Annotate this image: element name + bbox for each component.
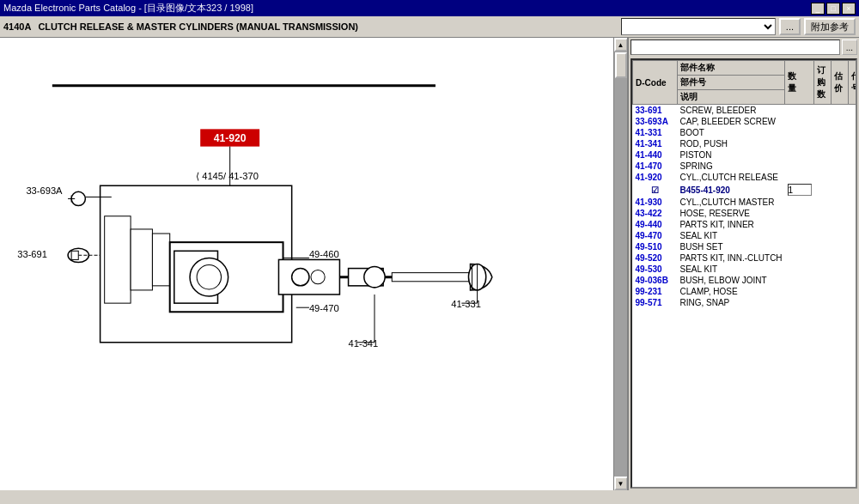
- cell-dcode: 41-331: [633, 127, 678, 138]
- cell-price: [832, 149, 849, 161]
- cell-partname: CLAMP, HOSE: [678, 286, 785, 297]
- parts-table: D-Code 部件名称 数量 订购数 估价 代号 部件号 说明: [632, 60, 857, 308]
- cell-price: [832, 127, 849, 138]
- cell-order: [814, 161, 832, 172]
- cell-order: [814, 197, 832, 208]
- table-row[interactable]: 99-571 RING, SNAP: [633, 297, 858, 308]
- scroll-up-button[interactable]: ▲: [614, 38, 628, 52]
- cell-price: [832, 197, 849, 208]
- detail-qty[interactable]: [785, 183, 814, 197]
- minimize-button[interactable]: _: [811, 3, 825, 15]
- cell-code: [849, 138, 857, 149]
- parts-table-body: 33-691 SCREW, BLEEDER 33-693A CAP, BLEED…: [633, 105, 858, 309]
- cell-code: [849, 208, 857, 219]
- cell-price: [832, 172, 849, 183]
- cell-price: [832, 230, 849, 241]
- cell-dcode: 49-530: [633, 264, 678, 275]
- cell-dcode: 99-231: [633, 286, 678, 297]
- vertical-scrollbar[interactable]: ▲ ▼: [613, 38, 627, 490]
- table-row[interactable]: 33-693A CAP, BLEEDER SCREW: [633, 116, 858, 127]
- cell-code: [849, 297, 857, 308]
- right-header-controls: ...: [629, 38, 859, 57]
- maximize-button[interactable]: □: [826, 3, 840, 15]
- cell-code: [849, 286, 857, 297]
- cell-qty: [785, 197, 814, 208]
- section-name: CLUTCH RELEASE & MASTER CYLINDERS (MANUA…: [38, 21, 617, 32]
- detail-checkbox[interactable]: ☑: [633, 183, 678, 197]
- col-desc: 说明: [678, 90, 785, 105]
- table-row[interactable]: 41-470 SPRING: [633, 161, 858, 172]
- dots-button[interactable]: ...: [779, 18, 801, 35]
- cell-dcode: 33-693A: [633, 116, 678, 127]
- cell-order: [814, 286, 832, 297]
- cell-qty: [785, 149, 814, 161]
- dots-button-right[interactable]: ...: [842, 39, 857, 55]
- svg-point-26: [364, 267, 385, 288]
- cell-partname: BUSH, ELBOW JOINT: [678, 275, 785, 286]
- cell-partname: SEAL KIT: [678, 230, 785, 241]
- svg-point-18: [197, 265, 221, 289]
- label-41920: 41-920: [214, 132, 247, 144]
- table-row[interactable]: 49-530 SEAL KIT: [633, 264, 858, 275]
- dropdown-selector[interactable]: [621, 18, 776, 35]
- table-row[interactable]: 99-231 CLAMP, HOSE: [633, 286, 858, 297]
- cell-code: [849, 105, 857, 117]
- table-header-row: D-Code 部件名称 数量 订购数 估价 代号: [633, 61, 858, 76]
- label-49470: 49-470: [309, 303, 339, 313]
- table-row[interactable]: ☑ B455-41-920: [633, 183, 858, 197]
- svg-rect-5: [105, 216, 131, 303]
- cell-qty: [785, 297, 814, 308]
- table-row[interactable]: 41-930 CYL.,CLUTCH MASTER: [633, 197, 858, 208]
- cell-dcode: 33-691: [633, 105, 678, 117]
- table-row[interactable]: 33-691 SCREW, BLEEDER: [633, 105, 858, 117]
- table-row[interactable]: 41-341 ROD, PUSH: [633, 138, 858, 149]
- table-row[interactable]: 49-470 SEAL KIT: [633, 230, 858, 241]
- col-partnum: 部件号: [678, 76, 785, 90]
- close-button[interactable]: ×: [842, 3, 856, 15]
- cell-order: [814, 230, 832, 241]
- cell-dcode: 41-920: [633, 172, 678, 183]
- cell-qty: [785, 219, 814, 230]
- parts-search-input[interactable]: [631, 39, 840, 55]
- cell-partname: SCREW, BLEEDER: [678, 105, 785, 117]
- cell-price: [832, 138, 849, 149]
- table-row[interactable]: 49-520 PARTS KIT, INN.-CLUTCH: [633, 252, 858, 264]
- cell-order: [814, 297, 832, 308]
- table-row[interactable]: 49-036B BUSH, ELBOW JOINT: [633, 275, 858, 286]
- table-row[interactable]: 41-331 BOOT: [633, 127, 858, 138]
- table-row[interactable]: 49-440 PARTS KIT, INNER: [633, 219, 858, 230]
- cell-qty: [785, 264, 814, 275]
- cell-price: [832, 208, 849, 219]
- table-row[interactable]: 41-440 PISTON: [633, 149, 858, 161]
- col-qty: 数量: [785, 61, 814, 105]
- cell-partname: RING, SNAP: [678, 297, 785, 308]
- svg-point-21: [292, 269, 309, 286]
- cell-code: [849, 219, 857, 230]
- cell-partname: SEAL KIT: [678, 264, 785, 275]
- table-row[interactable]: 43-422 HOSE, RESERVE: [633, 208, 858, 219]
- scroll-thumb[interactable]: [615, 52, 627, 78]
- cell-qty: [785, 172, 814, 183]
- scroll-down-button[interactable]: ▼: [614, 477, 628, 490]
- table-row[interactable]: 49-510 BUSH SET: [633, 241, 858, 252]
- cell-order: [814, 149, 832, 161]
- cell-code: [849, 264, 857, 275]
- cell-price: [832, 252, 849, 264]
- cell-partname: ROD, PUSH: [678, 138, 785, 149]
- detail-code: [849, 183, 857, 197]
- cell-qty: [785, 161, 814, 172]
- cell-partname: PARTS KIT, INN.-CLUTCH: [678, 252, 785, 264]
- cell-order: [814, 208, 832, 219]
- col-partinfo: 部件名称: [678, 61, 785, 76]
- cell-price: [832, 275, 849, 286]
- col-order: 订购数: [814, 61, 832, 105]
- label-41341: 41-341: [349, 338, 379, 349]
- table-row[interactable]: 41-920 CYL.,CLUTCH RELEASE: [633, 172, 858, 183]
- col-price: 估价: [832, 61, 849, 105]
- attach-button[interactable]: 附加参考: [804, 18, 856, 35]
- cell-dcode: 41-341: [633, 138, 678, 149]
- cell-price: [832, 105, 849, 117]
- label-33693a: 33-693A: [26, 185, 63, 196]
- col-dcode: D-Code: [633, 61, 678, 105]
- cell-qty: [785, 127, 814, 138]
